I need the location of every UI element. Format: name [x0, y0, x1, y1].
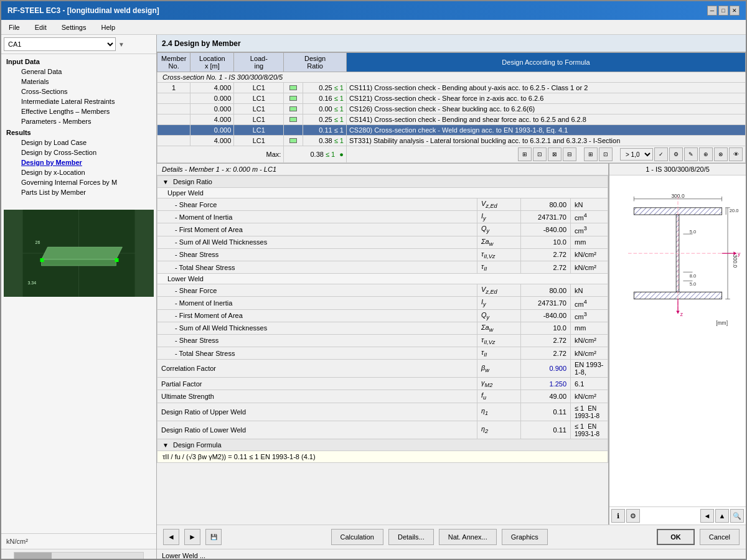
prev-button[interactable]: ◄ [163, 529, 179, 545]
menu-bar: File Edit Settings Help [1, 20, 746, 35]
cross-section-svg: 300.0 300.0 20.0 [609, 175, 746, 375]
toolbar-icon-1[interactable]: ⊞ [518, 147, 532, 161]
green-indicator [289, 85, 297, 90]
cs-zoom-button[interactable]: 🔍 [730, 509, 744, 523]
nav-parts-list[interactable]: Parts List by Member [4, 187, 154, 197]
cell-indicator [284, 114, 303, 125]
cs-settings-button[interactable]: ⚙ [626, 509, 640, 523]
details-table: ▼ Design Ratio Upper Weld [157, 175, 608, 463]
horizontal-scroll[interactable] [1, 549, 156, 560]
nav-parameters-members[interactable]: Parameters - Members [4, 116, 154, 126]
nav-design-x-location[interactable]: Design by x-Location [4, 167, 154, 177]
cs-arrow-left-button[interactable]: ◄ [700, 509, 714, 523]
close-button[interactable]: ✕ [730, 6, 740, 16]
status-bar: Lower Weld ... [157, 549, 746, 560]
toolbar-checkmark[interactable]: ✓ [654, 147, 668, 161]
toolbar-icon-2[interactable]: ⊡ [533, 147, 547, 161]
partial-label: Partial Factor [157, 378, 477, 390]
detail-label: - Total Shear Stress [157, 261, 477, 273]
detail-value: -840.00 [521, 309, 571, 322]
detail-symbol: Vz,Ed [477, 198, 521, 211]
detail-value: 24731.70 [521, 297, 571, 309]
cs-arrow-up-button[interactable]: ▲ [715, 509, 729, 523]
maximize-button[interactable]: □ [718, 6, 728, 16]
menu-file[interactable]: File [6, 22, 22, 32]
green-indicator [289, 106, 297, 111]
nav-design-load-case[interactable]: Design by Load Case [4, 138, 154, 147]
toolbar-icon-6[interactable]: ⊡ [599, 147, 613, 161]
detail-unit: cm4 [571, 297, 608, 309]
next-button[interactable]: ► [184, 529, 200, 545]
cancel-button[interactable]: Cancel [700, 529, 740, 545]
detail-unit: cm3 [571, 223, 608, 236]
table-row: 0.000 LC1 0.16 ≤ 1 CS121) Cross-section … [157, 93, 746, 104]
ratio-select[interactable]: > 1,0 [620, 148, 653, 161]
graphics-button[interactable]: Graphics [502, 529, 548, 545]
cs-toolbar-spacer [641, 509, 699, 523]
detail-unit: kN/cm² [571, 334, 608, 347]
detail-unit: kN/cm² [571, 261, 608, 273]
nav-materials[interactable]: Materials [4, 77, 154, 86]
correlation-row: Correlation Factor βw 0.900 EN 1993-1-8, [157, 360, 608, 378]
details-button[interactable]: Details... [388, 529, 434, 545]
window-controls: ─ □ ✕ [707, 6, 740, 16]
nav-effective-lengths[interactable]: Effective Lengths – Members [4, 106, 154, 116]
nav-governing-internal[interactable]: Governing Internal Forces by M [4, 177, 154, 187]
toolbar-eye-icon[interactable]: 👁 [729, 147, 743, 161]
results-label[interactable]: Results [4, 128, 154, 138]
detail-unit: cm3 [571, 309, 608, 322]
detail-label: - Shear Force [157, 284, 477, 297]
nav-intermediate-lateral[interactable]: Intermediate Lateral Restraints [4, 96, 154, 106]
detail-value: 2.72 [521, 347, 571, 360]
cell-member [157, 93, 190, 104]
partial-symbol: γM2 [477, 378, 521, 390]
3d-view: 26 3.34 [4, 210, 154, 297]
toolbar-icon-8[interactable]: ✎ [684, 147, 698, 161]
toolbar-icon-10[interactable]: ⊗ [714, 147, 728, 161]
header-member: Member No. [157, 53, 190, 72]
input-data-label[interactable]: Input Data [4, 57, 154, 67]
cell-loading: LC1 [234, 104, 284, 114]
toolbar-icon-4[interactable]: ⊟ [563, 147, 576, 161]
cs-info-button[interactable]: ℹ [611, 509, 625, 523]
scroll-track[interactable] [14, 552, 144, 559]
nav-cross-sections[interactable]: Cross-Sections [4, 86, 154, 96]
scroll-thumb[interactable] [14, 553, 52, 559]
detail-unit: kN [571, 284, 608, 297]
cell-indicator [284, 93, 303, 104]
detail-symbol: Vz,Ed [477, 284, 521, 297]
cell-formula: CS111) Cross-section check - Bending abo… [346, 83, 745, 93]
ca-dropdown[interactable]: CA1 [4, 37, 116, 51]
toolbar-icon-3[interactable]: ⊠ [548, 147, 561, 161]
ultimate-row: Ultimate Strength fu 49.00 kN/cm² [157, 390, 608, 403]
partial-ref: 6.1 [571, 378, 608, 390]
toolbar-icon-5[interactable]: ⊞ [584, 147, 598, 161]
collapse-icon[interactable]: ▼ [162, 179, 169, 185]
left-bottom-nav: kN/cm² [1, 533, 156, 549]
ok-button[interactable]: OK [657, 529, 695, 545]
header-design-ratio: Design Ratio [284, 53, 347, 72]
calculation-button[interactable]: Calculation [331, 529, 383, 545]
dr-lower-symbol: η2 [477, 421, 521, 439]
dropdown-icon: ▼ [118, 41, 125, 48]
green-indicator [289, 96, 297, 101]
detail-row: - Shear Force Vz,Ed 80.00 kN [157, 284, 608, 297]
nat-annex-button[interactable]: Nat. Annex... [439, 529, 497, 545]
detail-unit: mm [571, 322, 608, 334]
menu-help[interactable]: Help [98, 22, 118, 32]
toolbar-icon-7[interactable]: ⚙ [669, 147, 683, 161]
detail-row: - Sum of All Weld Thicknesses Σaw 10.0 m… [157, 236, 608, 248]
nav-general-data[interactable]: General Data [4, 67, 154, 77]
nav-design-member[interactable]: Design by Member [4, 157, 154, 167]
design-ratio-upper-row: Design Ratio of Upper Weld η1 0.11 ≤ 1 E… [157, 403, 608, 421]
nav-design-cross-section[interactable]: Design by Cross-Section [4, 147, 154, 157]
menu-settings[interactable]: Settings [59, 22, 89, 32]
window-title: RF-STEEL EC3 - [longitudinal weld design… [7, 6, 159, 15]
save-button[interactable]: 💾 [205, 529, 222, 545]
right-content: 2.4 Design by Member Member No. Locat [157, 35, 746, 560]
cell-member [157, 136, 190, 146]
collapse-formula-icon[interactable]: ▼ [162, 442, 169, 449]
minimize-button[interactable]: ─ [707, 6, 717, 16]
toolbar-icon-9[interactable]: ⊕ [699, 147, 713, 161]
menu-edit[interactable]: Edit [32, 22, 49, 32]
